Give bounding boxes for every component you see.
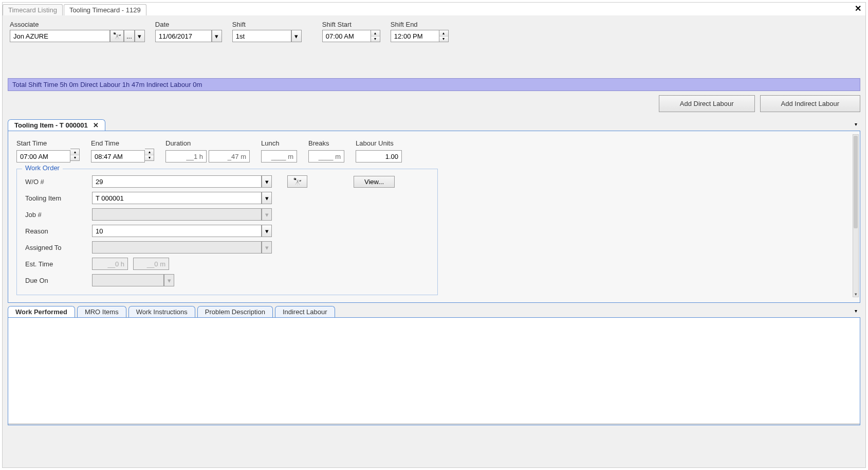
reason-input[interactable]	[92, 225, 262, 237]
binoculars-icon: 🔭	[113, 32, 121, 40]
spinner-down-icon[interactable]: ▾	[439, 37, 448, 42]
action-row: Add Direct Labour Add Indirect Labour	[8, 95, 860, 112]
breaks-field: Breaks	[308, 139, 344, 162]
duration-hours-input[interactable]	[165, 150, 207, 162]
start-time-field: Start Time ▴ ▾	[16, 139, 80, 162]
header-fields: Associate 🔭 ... ▾ Date ▾ Shift	[8, 21, 860, 42]
binoculars-icon: 🔭	[293, 177, 302, 186]
shift-end-input[interactable]	[391, 30, 439, 42]
associate-label: Associate	[10, 21, 145, 28]
date-label: Date	[155, 21, 222, 28]
tab-work-performed[interactable]: Work Performed	[8, 306, 75, 317]
end-time-stepper[interactable]: ▴ ▾	[145, 149, 154, 161]
shift-select[interactable]	[232, 30, 291, 42]
shift-field: Shift ▾	[232, 21, 302, 42]
wonum-label: W/O #	[25, 178, 87, 186]
tooling-item-section: Tooling Item - T 000001 ✕ ▾ ▴ ▾ Start Ti…	[8, 119, 860, 303]
spinner-up-icon[interactable]: ▴	[70, 149, 79, 155]
associate-input[interactable]	[10, 30, 110, 42]
spinner-up-icon[interactable]: ▴	[371, 30, 380, 37]
shift-start-label: Shift Start	[322, 21, 380, 28]
assigned-to-label: Assigned To	[25, 244, 87, 251]
shift-label: Shift	[232, 21, 302, 28]
due-on-input	[92, 274, 164, 286]
tab-problem-description[interactable]: Problem Description	[197, 306, 273, 317]
wonum-search-button[interactable]: 🔭	[287, 175, 307, 188]
labour-units-label: Labour Units	[356, 139, 402, 147]
scrollbar-down-icon[interactable]: ▾	[853, 291, 858, 297]
date-input[interactable]	[155, 30, 212, 42]
shift-start-stepper[interactable]: ▴ ▾	[371, 30, 380, 42]
spinner-down-icon[interactable]: ▾	[371, 37, 380, 42]
tooling-item-panel: ▴ ▾ Start Time ▴ ▾	[8, 131, 860, 303]
wonum-dropdown-button[interactable]: ▾	[262, 175, 272, 188]
start-time-stepper[interactable]: ▴ ▾	[70, 149, 80, 161]
assigned-to-input	[92, 241, 262, 254]
shift-start-field: Shift Start ▴ ▾	[322, 21, 380, 42]
shift-end-stepper[interactable]: ▴ ▾	[439, 30, 449, 42]
wonum-input[interactable]	[92, 175, 262, 188]
spinner-down-icon[interactable]: ▾	[145, 155, 154, 161]
due-on-dropdown-button: ▾	[164, 274, 174, 286]
close-icon[interactable]: ✕	[855, 4, 861, 13]
breaks-label: Breaks	[308, 139, 344, 147]
tooling-item-close-icon[interactable]: ✕	[93, 121, 99, 129]
lunch-field: Lunch	[261, 139, 297, 162]
shift-summary-bar: Total Shift Time 5h 0m Direct Labour 1h …	[8, 78, 860, 91]
work-order-legend: Work Order	[22, 164, 63, 172]
tab-work-instructions[interactable]: Work Instructions	[128, 306, 195, 317]
due-on-label: Due On	[25, 277, 87, 284]
work-order-fieldset: Work Order W/O # ▾ 🔭 View... Tooling Ite…	[16, 169, 438, 295]
item-panel-scrollbar[interactable]: ▴ ▾	[853, 134, 859, 297]
associate-dropdown-button[interactable]: ▾	[135, 30, 145, 42]
associate-search-button[interactable]: 🔭	[110, 30, 124, 42]
est-time-minutes-input	[133, 258, 169, 270]
end-time-field: End Time ▴ ▾	[91, 139, 154, 162]
tab-indirect-labour[interactable]: Indirect Labour	[275, 306, 335, 317]
est-time-label: Est. Time	[25, 260, 87, 268]
start-time-label: Start Time	[16, 139, 80, 147]
associate-field: Associate 🔭 ... ▾	[10, 21, 145, 42]
tooling-item-tab[interactable]: Tooling Item - T 000001 ✕	[8, 119, 105, 131]
shift-end-label: Shift End	[391, 21, 449, 28]
tooling-item-menu-caret-icon[interactable]: ▾	[855, 121, 857, 127]
start-time-input[interactable]	[16, 150, 70, 162]
labour-units-field: Labour Units	[356, 139, 402, 162]
date-dropdown-button[interactable]: ▾	[212, 30, 222, 42]
spinner-down-icon[interactable]: ▾	[70, 155, 79, 161]
end-time-input[interactable]	[91, 150, 145, 162]
assigned-to-dropdown-button: ▾	[262, 241, 272, 254]
reason-label: Reason	[25, 227, 87, 235]
tooling-item-dropdown-button[interactable]: ▾	[262, 192, 272, 204]
tab-tooling-timecard[interactable]: Tooling Timecard - 1129	[64, 4, 146, 15]
tab-mro-items[interactable]: MRO Items	[77, 306, 126, 317]
tab-timecard-listing[interactable]: Timecard Listing	[3, 4, 63, 15]
bottom-tab-section: Work Performed MRO Items Work Instructio…	[8, 306, 860, 425]
scrollbar-thumb[interactable]	[854, 136, 858, 228]
duration-minutes-input[interactable]	[209, 150, 250, 162]
lunch-input[interactable]	[261, 150, 297, 162]
top-tab-bar: Timecard Listing Tooling Timecard - 1129…	[3, 3, 865, 15]
lunch-label: Lunch	[261, 139, 297, 147]
work-performed-panel[interactable]	[8, 317, 860, 425]
associate-browse-button[interactable]: ...	[124, 30, 135, 42]
shift-end-field: Shift End ▴ ▾	[391, 21, 449, 42]
spinner-up-icon[interactable]: ▴	[439, 30, 448, 37]
shift-start-input[interactable]	[322, 30, 371, 42]
tooling-item-label: Tooling Item	[25, 194, 87, 202]
add-direct-labour-button[interactable]: Add Direct Labour	[659, 95, 755, 112]
shift-dropdown-button[interactable]: ▾	[291, 30, 302, 42]
date-field: Date ▾	[155, 21, 222, 42]
duration-field: Duration	[165, 139, 250, 162]
bottom-tab-menu-caret-icon[interactable]: ▾	[855, 308, 857, 314]
labour-units-input[interactable]	[356, 150, 402, 162]
job-dropdown-button: ▾	[262, 208, 272, 221]
reason-dropdown-button[interactable]: ▾	[262, 225, 272, 237]
est-time-hours-input	[92, 258, 128, 270]
view-button[interactable]: View...	[354, 176, 395, 188]
spinner-up-icon[interactable]: ▴	[145, 149, 154, 155]
breaks-input[interactable]	[308, 150, 344, 162]
add-indirect-labour-button[interactable]: Add Indirect Labour	[760, 95, 860, 112]
time-row: Start Time ▴ ▾ End Time	[16, 139, 852, 162]
tooling-item-input[interactable]	[92, 192, 262, 204]
